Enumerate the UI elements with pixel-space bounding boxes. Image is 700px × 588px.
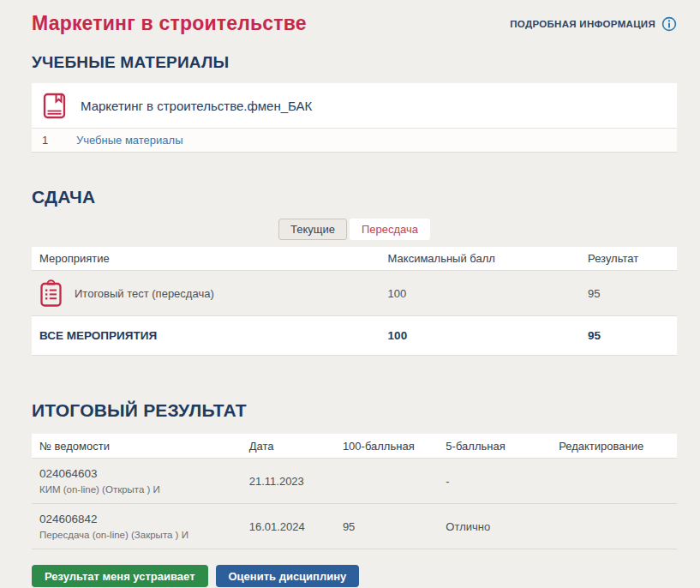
sheet-score100: 95 (335, 520, 438, 533)
sheet-type: Пересдача (on-line) (Закрыта ) И (39, 530, 242, 540)
col-event: Мероприятие (32, 252, 380, 265)
tab-current[interactable]: Текущие (278, 219, 347, 240)
final-table-header: № ведомости Дата 100-балльная 5-балльная… (32, 434, 677, 459)
col-result: Результат (580, 252, 677, 265)
rate-discipline-button[interactable]: Оценить дисциплину (216, 565, 360, 587)
course-file-link[interactable]: Маркетинг в строительстве.фмен_БАК (81, 99, 312, 113)
final-result-table: № ведомости Дата 100-балльная 5-балльная… (32, 434, 677, 549)
detailed-info-link[interactable]: ПОДРОБНАЯ ИНФОРМАЦИЯ (510, 16, 677, 32)
detailed-info-label: ПОДРОБНАЯ ИНФОРМАЦИЯ (510, 19, 655, 29)
course-file-row[interactable]: Маркетинг в строительстве.фмен_БАК (32, 83, 677, 128)
total-max-score: 100 (380, 329, 580, 342)
sheet-number: 024064603 (39, 467, 242, 480)
book-icon (42, 93, 67, 119)
submission-table-header: Мероприятие Максимальный балл Результат (32, 247, 677, 271)
final-result-heading: ИТОГОВЫЙ РЕЗУЛЬТАТ (32, 400, 677, 421)
table-row: 024064603 КИМ (on-line) (Открыта ) И 21.… (32, 459, 677, 504)
page-header: Маркетинг в строительстве ПОДРОБНАЯ ИНФО… (32, 12, 677, 35)
col-editing: Редактирование (551, 440, 677, 453)
materials-row-number: 1 (42, 134, 76, 147)
sheet-date: 16.01.2024 (242, 520, 335, 533)
col-5-scale: 5-балльная (438, 440, 551, 453)
col-max-score: Максимальный балл (380, 252, 580, 265)
materials-list-item[interactable]: 1 Учебные материалы (32, 128, 677, 152)
course-page: Маркетинг в строительстве ПОДРОБНАЯ ИНФО… (0, 0, 700, 587)
sheet-score5: Отлично (438, 520, 551, 533)
page-title: Маркетинг в строительстве (32, 12, 307, 35)
event-result: 95 (580, 287, 677, 300)
materials-row-link[interactable]: Учебные материалы (76, 134, 183, 147)
table-row[interactable]: Итоговый тест (пересдача) 100 95 (32, 271, 677, 316)
total-label: ВСЕ МЕРОПРИЯТИЯ (32, 329, 380, 342)
materials-card: Маркетинг в строительстве.фмен_БАК 1 Уче… (32, 83, 677, 153)
submission-table: Мероприятие Максимальный балл Результат (32, 247, 677, 356)
all-events-total-row: ВСЕ МЕРОПРИЯТИЯ 100 95 (32, 316, 677, 356)
event-name: Итоговый тест (пересдача) (75, 287, 214, 300)
sheet-date: 21.11.2023 (242, 475, 335, 488)
submission-tabs: Текущие Пересдача (32, 219, 677, 240)
tab-retake[interactable]: Пересдача (350, 219, 430, 240)
materials-heading: УЧЕБНЫЕ МАТЕРИАЛЫ (32, 53, 677, 72)
action-buttons: Результат меня устраивает Оценить дисцип… (32, 565, 677, 587)
col-100-scale: 100-балльная (335, 440, 438, 453)
submission-heading: СДАЧА (32, 187, 677, 207)
col-date: Дата (242, 440, 335, 453)
table-row: 024606842 Пересдача (on-line) (Закрыта )… (32, 504, 677, 549)
info-icon[interactable] (661, 16, 677, 32)
sheet-type: КИМ (on-line) (Открыта ) И (39, 484, 242, 495)
total-result: 95 (580, 329, 677, 342)
event-max-score: 100 (380, 287, 580, 300)
test-clipboard-icon (39, 279, 63, 308)
col-sheet-number: № ведомости (32, 440, 242, 453)
accept-result-button[interactable]: Результат меня устраивает (32, 565, 208, 587)
sheet-score5: - (438, 475, 551, 488)
sheet-number: 024606842 (39, 513, 242, 525)
